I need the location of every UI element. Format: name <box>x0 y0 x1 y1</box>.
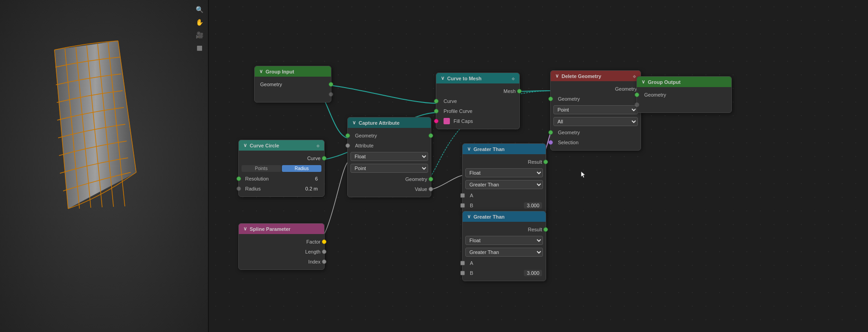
capture-domain-dropdown[interactable]: Point Edge Face <box>350 164 428 173</box>
gt2-a-socket[interactable] <box>460 261 465 265</box>
group-input-body: Geometry <box>255 77 331 102</box>
group-output-arrow: ∨ <box>641 79 645 85</box>
curve-circle-body: Curve Points Radius Resolution 6 Radius … <box>239 151 324 196</box>
dg-geo2-socket[interactable] <box>548 130 553 135</box>
curve-circle-curve-socket[interactable] <box>322 156 326 161</box>
go-geo-row: Geometry <box>637 90 731 100</box>
delete-geo-arrow: ∨ <box>555 73 559 79</box>
tab-radius[interactable]: Radius <box>282 165 321 172</box>
curve-circle-node: ∨ Curve Circle ⟐ Curve Points Radius Res… <box>238 140 325 197</box>
gt2-b-value: 3.000 <box>524 270 542 276</box>
gt1-op-dropdown[interactable]: Greater Than <box>465 180 543 189</box>
delete-geo-body: Geometry Geometry Point Edge Face All On… <box>551 81 641 150</box>
resolution-value: 6 <box>315 176 318 181</box>
gt2-result-row: Result <box>463 225 546 234</box>
gt1-a-row: A <box>463 190 546 200</box>
capture-attr-arrow: ∨ <box>352 120 356 126</box>
dg-selection-socket[interactable] <box>548 140 553 145</box>
ctm-curve-in-row: Curve <box>436 96 519 106</box>
capture-geo-out-socket2[interactable] <box>429 177 433 181</box>
curve-circle-header: ∨ Curve Circle ⟐ <box>239 140 324 151</box>
delete-geo-header: ∨ Delete Geometry ⟐ <box>551 71 641 81</box>
gt2-b-socket[interactable] <box>460 271 465 275</box>
pan-icon[interactable]: ✋ <box>194 17 204 27</box>
gt1-b-row: B 3.000 <box>463 200 546 210</box>
capture-attr-body: Geometry Attribute Float Vector Color Po… <box>348 128 431 197</box>
gt1-type-dropdown[interactable]: Float <box>465 168 543 177</box>
ctm-fillcaps-checkbox <box>444 118 450 124</box>
radius-label: Radius <box>245 186 261 191</box>
ctm-curve-label: Curve <box>440 98 457 104</box>
gt2-b-label: B <box>470 270 473 276</box>
ctm-mesh-socket[interactable] <box>517 89 522 93</box>
curve-to-mesh-header: ∨ Curve to Mesh ⟐ <box>436 73 519 83</box>
curve-to-mesh-arrow: ∨ <box>441 75 444 81</box>
dg-mode-dropdown[interactable]: Point Edge Face <box>553 105 638 114</box>
capture-dropdown2-row[interactable]: Point Edge Face <box>348 162 431 174</box>
capture-geo-out-label: Geometry <box>405 176 427 182</box>
capture-attr-in-socket[interactable] <box>345 143 350 148</box>
capture-geo-in-socket[interactable] <box>345 133 350 138</box>
curve-to-mesh-title: Curve to Mesh <box>447 76 482 81</box>
dg-dropdown2-row[interactable]: All Only Realized <box>551 116 641 127</box>
gt1-a-socket[interactable] <box>460 193 465 198</box>
delete-geometry-node: ∨ Delete Geometry ⟐ Geometry Geometry Po… <box>550 70 641 151</box>
group-input-node: ∨ Group Input Geometry <box>254 66 331 103</box>
gt1-b-label: B <box>470 203 473 208</box>
curve-circle-icon: ⟐ <box>316 143 320 148</box>
go-geo-socket[interactable] <box>635 93 639 97</box>
curve-circle-curve-label: Curve <box>306 156 321 161</box>
dg-geo2-row: Geometry <box>551 127 641 137</box>
group-input-geometry-socket[interactable] <box>329 82 333 87</box>
grid-icon[interactable]: ▦ <box>194 43 204 53</box>
go-geo-label: Geometry <box>641 92 666 98</box>
gt2-op-dropdown[interactable]: Greater Than <box>465 248 543 257</box>
camera-icon[interactable]: 🎥 <box>194 30 204 40</box>
greater-than-1-node: ∨ Greater Than Result Float Greater Than… <box>462 143 546 214</box>
ctm-fillcaps-label: Fill Caps <box>452 118 473 124</box>
gt1-b-socket[interactable] <box>460 203 465 208</box>
gt2-dropdown2-row[interactable]: Greater Than <box>463 246 546 258</box>
ctm-curve-socket[interactable] <box>434 99 439 103</box>
curve-to-mesh-node: ∨ Curve to Mesh ⟐ Mesh Curve Profile Cur… <box>436 73 520 129</box>
zoom-icon[interactable]: 🔍 <box>194 5 204 15</box>
capture-type-dropdown[interactable]: Float Vector Color <box>350 152 428 161</box>
gt1-dropdown2-row[interactable]: Greater Than <box>463 179 546 190</box>
dg-geo-in-row: Geometry <box>551 94 641 104</box>
capture-attr-title: Capture Attribute <box>359 120 399 126</box>
gt2-result-label: Result <box>528 227 542 232</box>
node-editor: ∨ Group Input Geometry ∨ Curve Circle ⟐ … <box>209 0 868 332</box>
gt1-dropdown1-row[interactable]: Float <box>463 167 546 179</box>
ctm-profile-socket[interactable] <box>434 109 439 113</box>
spline-factor-socket[interactable] <box>322 239 326 244</box>
capture-value-socket[interactable] <box>429 187 433 191</box>
gt2-result-socket[interactable] <box>543 227 548 232</box>
greater-than-2-node: ∨ Greater Than Result Float Greater Than… <box>462 211 546 281</box>
spline-param-title: Spline Parameter <box>250 226 291 232</box>
group-input-geometry-label: Geometry <box>258 82 282 87</box>
ctm-mesh-out-row: Mesh <box>436 86 519 96</box>
tab-points[interactable]: Points <box>242 165 281 172</box>
curve-circle-tabs-row[interactable]: Points Radius <box>239 163 324 174</box>
gt2-dropdown1-row[interactable]: Float <box>463 234 546 246</box>
spline-length-label: Length <box>305 249 321 254</box>
ctm-profile-label: Profile Curve <box>440 108 473 114</box>
dg-dropdown1-row[interactable]: Point Edge Face <box>551 104 641 116</box>
curve-circle-resolution-row: Resolution 6 <box>239 174 324 184</box>
group-output-body: Geometry <box>637 87 731 112</box>
gt1-result-socket[interactable] <box>543 160 548 164</box>
curve-to-mesh-body: Mesh Curve Profile Curve Fill Caps <box>436 83 519 129</box>
group-input-title: Group Input <box>266 69 294 74</box>
ctm-fillcaps-socket[interactable] <box>434 119 439 123</box>
spline-parameter-node: ∨ Spline Parameter Factor Length Index <box>238 223 325 270</box>
gt2-type-dropdown[interactable]: Float <box>465 236 543 245</box>
capture-geo-out-socket[interactable] <box>429 133 433 138</box>
dg-selection-row: Selection <box>551 137 641 147</box>
dg-scope-dropdown[interactable]: All Only Realized <box>553 117 638 126</box>
spline-param-body: Factor Length Index <box>239 234 324 269</box>
resolution-label: Resolution <box>245 176 269 181</box>
spline-factor-row: Factor <box>239 237 324 247</box>
capture-dropdown1-row[interactable]: Float Vector Color <box>348 151 431 162</box>
dg-geo-in-socket[interactable] <box>548 97 553 101</box>
gt1-result-row: Result <box>463 157 546 167</box>
